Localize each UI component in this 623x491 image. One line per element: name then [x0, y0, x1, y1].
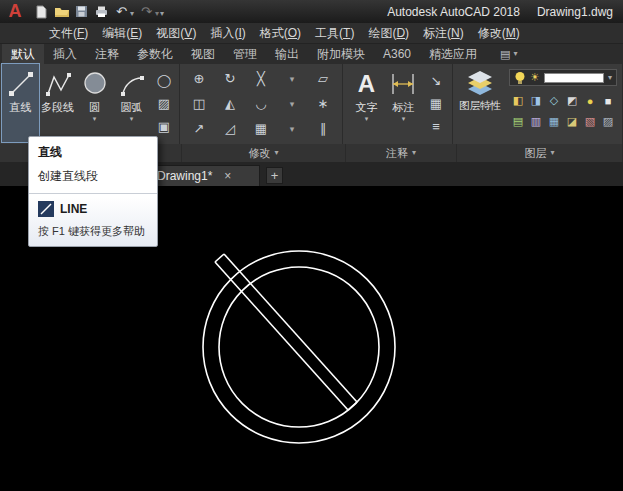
stretch-icon[interactable]: ↗ [190, 119, 208, 139]
autocad-logo-icon[interactable]: A [3, 1, 27, 22]
offset-icon[interactable]: ∥ [314, 119, 332, 139]
undo-dropdown-icon[interactable]: ▾ [130, 9, 134, 18]
ellipse-icon[interactable]: ◯ [155, 70, 173, 90]
leader-icon[interactable]: ↘ [427, 70, 445, 90]
polyline-button[interactable]: 多段线 [39, 64, 76, 142]
save-icon[interactable] [72, 2, 91, 21]
text-dropdown-icon[interactable]: ▾ [365, 115, 369, 122]
ribbon-tab-output[interactable]: 输出 [266, 44, 308, 64]
redo-icon[interactable]: ↷ [137, 2, 156, 21]
menu-item-draw[interactable]: 绘图(D) [361, 23, 416, 44]
text-icon: A [358, 69, 375, 99]
layer-properties-button[interactable]: 图层特性 [456, 64, 504, 142]
modify-panel-label[interactable]: 修改 ▾ [182, 144, 346, 162]
layer-state-icon[interactable]: ◧ [509, 91, 527, 111]
layer-lock-icon[interactable]: ◩ [563, 91, 581, 111]
scale-icon[interactable]: ◿ [221, 119, 239, 139]
ribbon-display-toggle[interactable]: ▤ ▾ [494, 44, 523, 64]
layer-delete-icon[interactable]: ▧ [581, 112, 599, 132]
table-icon[interactable]: ▦ [427, 93, 445, 113]
arc-dropdown-icon[interactable]: ▾ [130, 115, 134, 122]
hatch-icon[interactable]: ▨ [155, 93, 173, 113]
annotate-panel-label[interactable]: 注释 ▾ [346, 144, 457, 162]
ribbon-tab-annotate[interactable]: 注释 [86, 44, 128, 64]
panel-expand-icon: ▾ [412, 149, 416, 157]
arc-button[interactable]: 圆弧 ▾ [113, 64, 150, 142]
mirror-icon[interactable]: ◭ [221, 94, 239, 114]
layer-match-icon[interactable]: ▤ [509, 112, 527, 132]
dimension-dropdown-icon[interactable]: ▾ [402, 115, 406, 122]
annotate-panel: A 文字 ▾ 标注 ▾ ↘▦≡ [343, 64, 453, 144]
new-tab-button[interactable]: + [266, 167, 283, 184]
menu-item-dimension[interactable]: 标注(N) [416, 23, 471, 44]
line-command-icon [38, 201, 54, 217]
circle-button[interactable]: 圆 ▾ [76, 64, 113, 142]
copy-icon[interactable]: ◫ [190, 94, 208, 114]
array-dropdown-icon[interactable]: ▾ [283, 119, 301, 139]
ribbon-tab-a360[interactable]: A360 [374, 44, 420, 64]
menu-item-modify[interactable]: 修改(M) [471, 23, 527, 44]
ribbon-tab-parametric[interactable]: 参数化 [128, 44, 182, 64]
text-button[interactable]: A 文字 ▾ [348, 64, 385, 142]
layer-controls: ☀ ▾ ◧◨◇◩●■▤▥▦◪▧▨ [504, 64, 622, 132]
move-icon[interactable]: ⊕ [190, 69, 208, 89]
ribbon-tab-view[interactable]: 视图 [182, 44, 224, 64]
panel-expand-icon: ▾ [274, 149, 278, 157]
close-tab-icon[interactable]: × [224, 169, 231, 183]
array-icon[interactable]: ▦ [252, 119, 270, 139]
file-tab-drawing1[interactable]: Drawing1* × [148, 165, 260, 186]
app-title: Autodesk AutoCAD 2018 [387, 5, 520, 19]
layer-panel: 图层特性 ☀ ▾ ◧◨◇◩●■▤▥▦◪▧▨ [453, 64, 623, 144]
layer-prev-icon[interactable]: ▥ [527, 112, 545, 132]
open-folder-icon[interactable] [52, 2, 71, 21]
layer-panel-label[interactable]: 图层 ▾ [457, 144, 623, 162]
ribbon-tab-addins[interactable]: 附加模块 [308, 44, 374, 64]
band-line-1[interactable] [215, 262, 348, 410]
trim-icon[interactable]: ╳ [252, 69, 270, 89]
boundary-icon[interactable]: ▣ [155, 116, 173, 136]
fillet-icon[interactable]: ◡ [252, 94, 270, 114]
layer-freeze-icon[interactable]: ◇ [545, 91, 563, 111]
trim-dropdown-icon[interactable]: ▾ [283, 69, 301, 89]
dimension-button[interactable]: 标注 ▾ [385, 64, 422, 142]
rotate-icon[interactable]: ↻ [221, 69, 239, 89]
menu-item-file[interactable]: 文件(F) [42, 23, 95, 44]
ribbon: 直线 多段线 圆 ▾ 圆弧 [0, 64, 623, 144]
dimension-button-label: 标注 [392, 101, 414, 113]
menu-item-view[interactable]: 视图(V) [149, 23, 203, 44]
layer-isolate-icon[interactable]: ◨ [527, 91, 545, 111]
undo-icon[interactable]: ↶ [112, 2, 131, 21]
band-cap-bottom[interactable] [348, 402, 357, 410]
band-cap-top[interactable] [215, 254, 224, 262]
line-tooltip: 直线 创建直线段 LINE 按 F1 键获得更多帮助 [28, 136, 158, 247]
tooltip-command: LINE [60, 202, 87, 216]
layer-merge-icon[interactable]: ◪ [563, 112, 581, 132]
layer-select-dropdown[interactable]: ☀ ▾ [509, 69, 617, 86]
new-file-icon[interactable] [32, 2, 51, 21]
explode-icon[interactable]: ∗ [314, 94, 332, 114]
ribbon-tab-home[interactable]: 默认 [2, 44, 44, 64]
layer-on-icon[interactable]: ● [581, 91, 599, 111]
layer-walk-icon[interactable]: ▦ [545, 112, 563, 132]
ribbon-tab-bar: 默认插入注释参数化视图管理输出附加模块A360精选应用 ▤ ▾ [0, 44, 623, 64]
menu-item-format[interactable]: 格式(O) [253, 23, 308, 44]
erase-icon[interactable]: ▱ [314, 69, 332, 89]
menu-item-tools[interactable]: 工具(T) [308, 23, 361, 44]
text-style-icon[interactable]: ≡ [427, 116, 445, 136]
tooltip-separator [29, 193, 157, 194]
plot-icon[interactable] [92, 2, 111, 21]
ribbon-tab-insert[interactable]: 插入 [44, 44, 86, 64]
redo-dropdown-icon[interactable]: ▾ [155, 9, 159, 18]
circle-dropdown-icon[interactable]: ▾ [93, 115, 97, 122]
menu-item-edit[interactable]: 编辑(E) [95, 23, 149, 44]
ribbon-tab-manage[interactable]: 管理 [224, 44, 266, 64]
layer-settings-icon[interactable]: ▨ [599, 112, 617, 132]
ribbon-tab-featured[interactable]: 精选应用 [420, 44, 486, 64]
layer-grid: ◧◨◇◩●■▤▥▦◪▧▨ [509, 86, 617, 132]
quick-access-customize-icon[interactable]: ▾ [160, 9, 164, 18]
menu-item-insert[interactable]: 插入(I) [203, 23, 252, 44]
modify-panel: ⊕↻╳▾▱◫◭◡▾∗↗◿▦▾∥ [180, 64, 343, 144]
fillet-dropdown-icon[interactable]: ▾ [283, 94, 301, 114]
layer-color-icon[interactable]: ■ [599, 91, 617, 111]
line-button[interactable]: 直线 [2, 64, 39, 142]
